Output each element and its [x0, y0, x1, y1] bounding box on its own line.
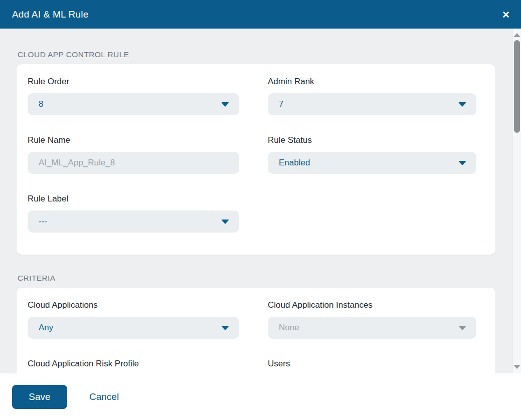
- cancel-button[interactable]: Cancel: [89, 391, 119, 402]
- scroll-up-arrow-icon[interactable]: [513, 33, 520, 37]
- section-title-criteria: CRITERIA: [18, 274, 521, 283]
- admin-rank-label: Admin Rank: [268, 77, 476, 87]
- rule-name-input-wrap: [28, 152, 239, 174]
- admin-rank-select[interactable]: 7: [268, 93, 476, 115]
- rule-label-value: ---: [39, 217, 221, 227]
- rule-status-value: Enabled: [279, 158, 458, 168]
- rule-name-input[interactable]: [39, 158, 229, 168]
- chevron-down-icon: [221, 102, 229, 107]
- add-ai-ml-rule-dialog: Add AI & ML Rule ✕ CLOUD APP CONTROL RUL…: [0, 0, 521, 420]
- chevron-down-icon: [458, 102, 466, 107]
- chevron-down-icon: [458, 326, 466, 330]
- field-rule-order: Rule Order 8: [28, 77, 239, 115]
- cloud-application-risk-profile-label: Cloud Application Risk Profile: [28, 359, 239, 369]
- field-rule-label: Rule Label ---: [28, 194, 239, 233]
- field-users: Users: [268, 359, 476, 373]
- cloud-app-control-rule-card: Rule Order 8 Admin Rank 7: [17, 64, 495, 255]
- scrollbar-thumb[interactable]: [514, 40, 520, 133]
- dialog-header: Add AI & ML Rule ✕: [0, 0, 521, 29]
- field-cloud-application-risk-profile: Cloud Application Risk Profile: [28, 359, 239, 373]
- users-label: Users: [268, 359, 476, 369]
- dialog-footer: Save Cancel: [0, 373, 521, 420]
- rule-status-label: Rule Status: [268, 135, 476, 145]
- dialog-title: Add AI & ML Rule: [12, 9, 88, 20]
- cloud-applications-label: Cloud Applications: [28, 300, 239, 310]
- chevron-down-icon: [221, 326, 229, 330]
- field-admin-rank: Admin Rank 7: [268, 77, 476, 115]
- close-icon[interactable]: ✕: [502, 10, 510, 19]
- rule-order-value: 8: [39, 99, 221, 109]
- scrollbar[interactable]: [512, 29, 521, 373]
- rule-status-select[interactable]: Enabled: [268, 152, 476, 174]
- cloud-applications-value: Any: [39, 323, 221, 333]
- field-rule-status: Rule Status Enabled: [268, 135, 476, 174]
- field-cloud-applications: Cloud Applications Any: [28, 300, 239, 339]
- cloud-application-instances-value: None: [279, 323, 458, 333]
- cloud-application-instances-label: Cloud Application Instances: [268, 300, 476, 310]
- field-cloud-application-instances: Cloud Application Instances None: [268, 300, 476, 339]
- section-title-cloud-app-control-rule: CLOUD APP CONTROL RULE: [18, 50, 521, 59]
- rule-label-select[interactable]: ---: [28, 211, 239, 233]
- chevron-down-icon: [221, 220, 229, 224]
- chevron-down-icon: [458, 161, 466, 165]
- cloud-applications-select[interactable]: Any: [28, 317, 239, 339]
- scroll-down-arrow-icon[interactable]: [513, 365, 520, 369]
- criteria-card: Cloud Applications Any Cloud Application…: [17, 288, 495, 373]
- field-rule-name: Rule Name: [28, 135, 239, 174]
- rule-order-label: Rule Order: [28, 77, 239, 87]
- dialog-body: CLOUD APP CONTROL RULE Rule Order 8 Admi…: [0, 29, 521, 373]
- rule-label-label: Rule Label: [28, 194, 239, 204]
- admin-rank-value: 7: [279, 99, 458, 109]
- rule-name-label: Rule Name: [28, 135, 239, 145]
- dialog-scroll-content: CLOUD APP CONTROL RULE Rule Order 8 Admi…: [0, 29, 521, 373]
- cloud-application-instances-select: None: [268, 317, 476, 339]
- rule-order-select[interactable]: 8: [28, 93, 239, 115]
- save-button[interactable]: Save: [12, 385, 67, 409]
- field-empty: [268, 194, 476, 233]
